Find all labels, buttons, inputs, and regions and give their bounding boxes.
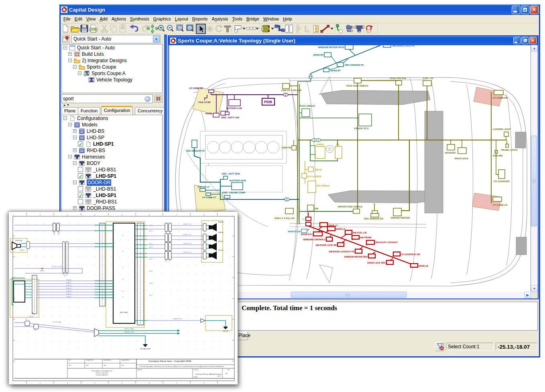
svg-text:W-AUDIO: W-AUDIO	[66, 282, 72, 284]
svg-text:LICENSE LIGHT: LICENSE LIGHT	[493, 128, 511, 130]
svg-text:SPKR-LR: SPKR-LR	[419, 265, 428, 267]
svg-text:SW-DOOR LOCK PS: SW-DOOR LOCK PS	[392, 45, 415, 47]
svg-text:CD: CD	[336, 143, 339, 146]
svg-text:SPKR-LF: SPKR-LF	[336, 228, 346, 230]
svg-text:W-LINE-2-SHLD: W-LINE-2-SHLD	[52, 266, 63, 268]
svg-text:LP COMB-RR: LP COMB-RR	[493, 97, 508, 99]
svg-text:AMP-MAIN: AMP-MAIN	[120, 311, 128, 313]
svg-text:GenerativeWiring_2AudioPrototy: GenerativeWiring_2AudioPrototype	[195, 373, 222, 375]
svg-text:REAR JACK: REAR JACK	[455, 157, 469, 160]
svg-text:W-AUD-OUT-4: W-AUD-OUT-4	[183, 252, 191, 253]
svg-text:DOOR ECU: DOOR ECU	[301, 233, 313, 236]
svg-text:P3: P3	[122, 279, 124, 280]
svg-text:W-AUDIO: W-AUDIO	[66, 279, 72, 281]
svg-text:BATTERY-RHD: BATTERY-RHD	[230, 179, 246, 182]
svg-text:LP-COURTESY DR: LP-COURTESY DR	[401, 253, 420, 256]
svg-text:FOG LP-RF: FOG LP-RF	[199, 101, 211, 104]
svg-text:B-AUDIO-GND: B-AUDIO-GND	[124, 331, 134, 333]
svg-text:Company Name here - Copyrigh: Company Name here - Copyright 2008	[148, 360, 191, 362]
svg-text:CD CHANGER: CD CHANGER	[494, 180, 510, 183]
svg-text:DATE: DATE	[86, 365, 89, 366]
svg-text:PASS AIRBAG: PASS AIRBAG	[299, 105, 315, 107]
svg-text:PASS PRETEN: PASS PRETEN	[390, 77, 406, 79]
svg-text:3: 3	[67, 214, 68, 216]
svg-text:W-AUDIO: W-AUDIO	[66, 285, 72, 286]
svg-text:REV: REV	[69, 360, 71, 361]
svg-text:AUD-2: AUD-2	[149, 243, 153, 245]
svg-text:C8 C9: C8 C9	[29, 316, 33, 317]
svg-text:LCI: LCI	[302, 218, 305, 220]
svg-text:LP COMB-LR: LP COMB-LR	[493, 204, 508, 206]
svg-text:SW-FUEL LID: SW-FUEL LID	[353, 232, 367, 234]
svg-text:DIGITAL DRAWINGS: DIGITAL DRAWINGS	[96, 374, 108, 376]
svg-text:FOG LP-LF: FOG LP-LF	[197, 186, 209, 188]
svg-text:SPKR-RF: SPKR-RF	[313, 54, 323, 56]
svg-text:CHK APPROVD: CHK APPROVD	[86, 360, 94, 361]
svg-text:SPKR-RF: SPKR-RF	[218, 232, 223, 234]
svg-text:W-AUDIO: W-AUDIO	[66, 290, 72, 292]
svg-text:LP COMB-LF: LP COMB-LF	[202, 196, 216, 199]
svg-text:COPYRIGHT AS DATED - REPRODUCT: COPYRIGHT AS DATED - REPRODUCTION OF THI…	[139, 366, 224, 368]
svg-text:SPKR-LR: SPKR-LR	[218, 250, 224, 251]
svg-text:SRS SENSOR DR: SRS SENSOR DR	[364, 217, 384, 220]
svg-text:GND RT A PILLAR: GND RT A PILLAR	[281, 89, 302, 91]
svg-text:W-AUD-OUT-1: W-AUD-OUT-1	[183, 223, 191, 225]
svg-text:SW-TRUNK: SW-TRUNK	[360, 236, 372, 239]
svg-text:6: 6	[149, 382, 150, 384]
svg-text:MIRROR-DR: MIRROR-DR	[288, 230, 301, 233]
svg-text:8: 8	[203, 382, 205, 384]
svg-text:W-AUD-OUT-2: W-AUD-OUT-2	[183, 234, 191, 236]
svg-text:W-AMP-PWR: W-AMP-PWR	[173, 318, 182, 320]
svg-text:AUD-0: AUD-0	[149, 225, 153, 226]
svg-text:W-AUDIO: W-AUDIO	[66, 293, 72, 295]
svg-text:C2: C2	[53, 234, 55, 235]
svg-text:2: 2	[40, 382, 41, 384]
svg-text:F1: F1	[26, 319, 27, 320]
svg-text:DRIVER PRETEN: DRIVER PRETEN	[391, 217, 410, 219]
svg-text:GND-FM: GND-FM	[282, 146, 291, 149]
svg-text:GND-RR: GND-RR	[223, 331, 228, 332]
svg-text:DATE: DATE	[69, 365, 71, 366]
svg-text:4: 4	[94, 382, 96, 384]
svg-text:8: 8	[203, 214, 205, 216]
svg-text:SW-DOOR LOCK DR: SW-DOOR LOCK DR	[315, 244, 337, 246]
svg-text:7: 7	[176, 382, 177, 384]
svg-text:2: 2	[40, 214, 41, 216]
svg-text:GND-AMPLIFIER: GND-AMPLIFIER	[140, 348, 151, 350]
svg-text:DATE: DATE	[104, 365, 106, 366]
svg-text:AUD-1: AUD-1	[149, 230, 153, 232]
svg-text:DRIVER SIDE AIRBAG: DRIVER SIDE AIRBAG	[338, 205, 363, 208]
svg-text:P5: P5	[122, 297, 124, 298]
svg-text:cap: cap	[225, 372, 228, 374]
svg-text:W-PWR-AMP: W-PWR-AMP	[53, 321, 61, 323]
svg-text:5: 5	[122, 382, 123, 384]
svg-text:1 of 1: 1 of 1	[217, 376, 221, 377]
svg-text:PASS SIDE AIRBAG: PASS SIDE AIRBAG	[346, 85, 368, 87]
svg-text:PDB: PDB	[264, 100, 272, 104]
svg-text:SW-VALET LOCKOUT: SW-VALET LOCKOUT	[375, 241, 398, 244]
svg-text:WINDOW MOTOR PASS: WINDOW MOTOR PASS	[318, 46, 345, 49]
svg-text:BATTERY-LHD: BATTERY-LHD	[226, 107, 242, 110]
svg-text:SPKR-RT: SPKR-RT	[330, 69, 341, 72]
svg-text:WINDOW MOTOR DRV: WINDOW MOTOR DRV	[344, 256, 368, 258]
svg-text:7: 7	[176, 214, 177, 216]
svg-text:AIRBAG ECU: AIRBAG ECU	[354, 127, 369, 130]
svg-text:F2: F2	[35, 329, 36, 331]
svg-text:GND - ENGINE COMP: GND - ENGINE COMP	[222, 191, 245, 194]
svg-text:SIZE: SIZE	[227, 369, 230, 371]
svg-text:TRUNK LATCH: TRUNK LATCH	[501, 149, 517, 151]
svg-text:SHLD: SHLD	[40, 270, 44, 272]
svg-text:3: 3	[67, 382, 68, 384]
svg-text:SRS SENSOR PS: SRS SENSOR PS	[345, 64, 364, 66]
svg-text:DOOR LOCK DRV: DOOR LOCK DRV	[367, 262, 386, 264]
svg-text:5: 5	[122, 214, 123, 216]
svg-text:SPKR-LF: SPKR-LF	[218, 241, 224, 242]
svg-text:C5: C5	[64, 275, 66, 277]
svg-text:C3: C3	[58, 234, 60, 235]
svg-text:AUD-7: AUD-7	[149, 295, 153, 296]
svg-text:GND LF A PILLAR: GND LF A PILLAR	[275, 217, 295, 219]
svg-text:SPKR-RR: SPKR-RR	[218, 221, 224, 223]
svg-text:AUD-6: AUD-6	[149, 282, 153, 284]
svg-text:P0: P0	[122, 235, 124, 236]
svg-text:P4: P4	[122, 291, 124, 292]
